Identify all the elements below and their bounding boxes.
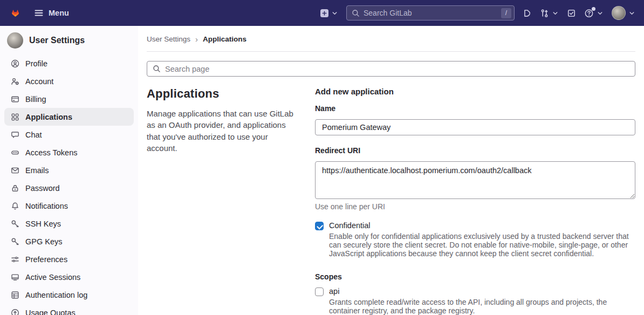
main-layout: User Settings ProfileAccountBillingAppli…	[0, 26, 644, 315]
merge-requests-button[interactable]	[540, 9, 559, 18]
scopes-label: Scopes	[315, 272, 635, 281]
chevron-down-icon	[331, 10, 338, 17]
page-search-box[interactable]	[147, 61, 635, 77]
breadcrumb-current: Applications	[203, 35, 246, 43]
emails-icon	[11, 166, 19, 175]
redirect-field-group: Redirect URI https://authenticate.localh…	[315, 146, 635, 211]
usage-quotas-icon	[11, 309, 19, 315]
hamburger-icon	[34, 8, 44, 18]
notifications-icon	[11, 202, 19, 210]
scope-label: api	[329, 287, 635, 296]
breadcrumb-user-settings[interactable]: User Settings	[147, 35, 190, 43]
page-description: Manage applications that can use GitLab …	[147, 108, 298, 154]
access-tokens-icon	[11, 148, 19, 157]
sidebar-item-applications[interactable]: Applications	[4, 108, 134, 126]
sidebar-item-password[interactable]: Password	[4, 179, 134, 197]
confidential-checkbox[interactable]	[315, 222, 324, 230]
breadcrumb-separator-icon: ›	[195, 35, 198, 43]
sidebar-item-account[interactable]: Account	[4, 72, 134, 90]
section-intro: Applications Manage applications that ca…	[147, 87, 298, 154]
page-search-input[interactable]	[165, 65, 629, 73]
sidebar-item-billing[interactable]: Billing	[4, 90, 134, 108]
issues-icon[interactable]	[523, 9, 532, 18]
name-label: Name	[315, 104, 635, 113]
profile-avatar	[7, 32, 23, 49]
sidebar-title: User Settings	[29, 36, 85, 45]
search-shortcut-badge: /	[501, 8, 511, 18]
confidential-label: Confidential	[329, 221, 635, 230]
sidebar-item-chat[interactable]: Chat	[4, 126, 134, 143]
applications-icon	[11, 113, 19, 121]
chevron-down-icon	[597, 10, 604, 17]
authentication-log-icon	[11, 291, 19, 299]
scope-api-checkbox[interactable]	[315, 287, 324, 296]
menu-label: Menu	[49, 9, 69, 17]
sidebar-item-notifications[interactable]: Notifications	[4, 197, 134, 215]
todo-list-icon[interactable]	[567, 9, 576, 18]
sidebar-item-preferences[interactable]: Preferences	[4, 250, 134, 268]
add-application-form: Add new application Name Redirect URI ht…	[315, 87, 635, 315]
sidebar-item-label: Profile	[25, 59, 47, 68]
account-icon	[11, 77, 19, 86]
menu-button[interactable]: Menu	[34, 8, 69, 18]
gitlab-logo-icon[interactable]	[9, 6, 22, 20]
chevron-down-icon	[552, 10, 559, 17]
navbar-right: /	[320, 5, 635, 20]
sidebar-item-label: Applications	[25, 113, 72, 121]
gpg-key-icon	[11, 237, 19, 246]
merge-request-icon	[540, 9, 549, 18]
breadcrumb-divider	[147, 51, 635, 52]
profile-icon	[11, 59, 19, 68]
global-search-box[interactable]: /	[346, 5, 515, 20]
confidential-help: Enable only for confidential application…	[329, 232, 635, 258]
sidebar-item-active-sessions[interactable]: Active Sessions	[4, 268, 134, 286]
name-field-group: Name	[315, 104, 635, 135]
sidebar-item-gpg-keys[interactable]: GPG Keys	[4, 232, 134, 250]
breadcrumb: User Settings › Applications	[138, 26, 644, 43]
user-menu-button[interactable]	[612, 6, 635, 20]
search-icon	[352, 9, 360, 17]
preferences-icon	[11, 255, 19, 264]
sidebar-item-label: Preferences	[25, 255, 67, 264]
sidebar-item-emails[interactable]: Emails	[4, 161, 134, 179]
sidebar-item-label: Authentication log	[25, 291, 87, 299]
content-area: User Settings › Applications Application…	[138, 26, 644, 315]
user-avatar	[612, 6, 626, 20]
sidebar-item-label: Emails	[25, 166, 49, 175]
sidebar-item-label: Billing	[25, 95, 46, 104]
page-title: Applications	[147, 87, 298, 101]
navbar-left: Menu	[9, 6, 69, 20]
help-icon-wrap	[584, 8, 594, 18]
applications-section: Applications Manage applications that ca…	[138, 77, 644, 315]
form-heading: Add new application	[315, 87, 635, 96]
new-menu-button[interactable]	[320, 9, 338, 17]
sidebar-item-label: Usage Quotas	[25, 309, 76, 315]
sidebar-item-label: Notifications	[25, 202, 68, 210]
sidebar-item-ssh-keys[interactable]: SSH Keys	[4, 215, 134, 232]
plus-icon	[320, 9, 328, 17]
sidebar-item-usage-quotas[interactable]: Usage Quotas	[4, 304, 134, 315]
chat-icon	[11, 131, 19, 139]
redirect-uri-help: Use one line per URI	[315, 202, 635, 211]
sidebar-item-label: Account	[25, 77, 53, 86]
ssh-key-icon	[11, 220, 19, 228]
sidebar-item-label: Access Tokens	[25, 148, 77, 157]
sidebar-nav: ProfileAccountBillingApplicationsChatAcc…	[0, 53, 138, 315]
redirect-uri-textarea[interactable]: https://authenticate.localhost.pomerium.…	[315, 161, 635, 199]
sidebar-item-authentication-log[interactable]: Authentication log	[4, 286, 134, 304]
password-icon	[11, 184, 19, 193]
active-sessions-icon	[11, 273, 19, 282]
scopes-list: apiGrants complete read/write access to …	[315, 287, 635, 315]
chevron-down-icon	[628, 10, 635, 17]
scope-row-api: apiGrants complete read/write access to …	[315, 287, 635, 315]
global-search-input[interactable]	[364, 9, 497, 17]
sidebar-item-label: SSH Keys	[25, 220, 61, 228]
sidebar-item-label: Chat	[25, 131, 42, 139]
sidebar-item-profile[interactable]: Profile	[4, 54, 134, 72]
confidential-row: Confidential Enable only for confidentia…	[315, 221, 635, 258]
billing-icon	[11, 95, 19, 104]
application-name-input[interactable]	[315, 119, 635, 135]
help-menu-button[interactable]	[584, 8, 604, 18]
sidebar-item-access-tokens[interactable]: Access Tokens	[4, 143, 134, 161]
sidebar-item-label: Active Sessions	[25, 273, 80, 282]
